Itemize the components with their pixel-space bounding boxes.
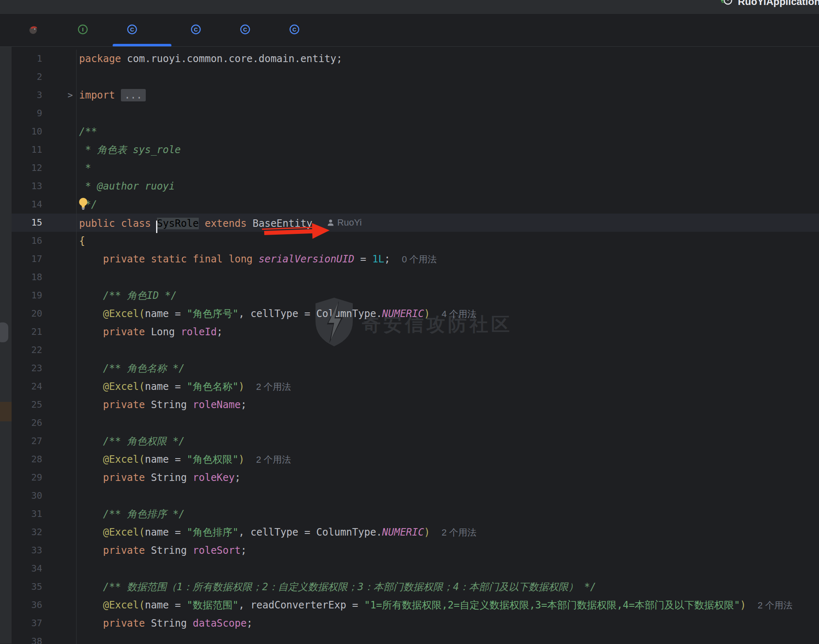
line-number[interactable]: 33 bbox=[12, 541, 77, 560]
code-text[interactable]: /** 角色权限 */ bbox=[77, 432, 819, 450]
line-number[interactable]: 16 bbox=[12, 232, 77, 250]
code-text[interactable]: private Long roleId; bbox=[77, 323, 819, 341]
line-number[interactable]: 21 bbox=[12, 323, 77, 341]
tab-sysroleserviceimpl-java[interactable]: C bbox=[223, 14, 272, 46]
code-line-36[interactable]: 36 @Excel(name = "数据范围", readConverterEx… bbox=[12, 596, 819, 614]
run-configuration[interactable]: RuoYiApplication bbox=[720, 0, 819, 10]
code-editor[interactable]: 1package com.ruoyi.common.core.domain.en… bbox=[12, 47, 819, 644]
line-number[interactable]: 14 bbox=[12, 195, 77, 214]
line-number[interactable]: 22 bbox=[12, 341, 77, 359]
line-number[interactable]: 38 bbox=[12, 632, 77, 644]
code-text[interactable]: @Excel(name = "角色序号", cellType = ColumnT… bbox=[77, 305, 819, 323]
line-number[interactable]: 18 bbox=[12, 268, 77, 286]
code-text[interactable]: * @author ruoyi bbox=[77, 177, 819, 195]
code-text[interactable] bbox=[77, 68, 819, 86]
line-number[interactable]: 27 bbox=[12, 432, 77, 450]
code-line-10[interactable]: 10/** bbox=[12, 123, 819, 141]
code-text[interactable] bbox=[77, 341, 819, 359]
line-number[interactable]: 36 bbox=[12, 596, 77, 614]
code-line-16[interactable]: 16{ bbox=[12, 232, 819, 250]
code-text[interactable] bbox=[77, 268, 819, 286]
code-line-38[interactable]: 38 bbox=[12, 632, 819, 644]
usage-count-hint[interactable]: 0 个用法 bbox=[402, 254, 436, 264]
code-text[interactable]: { bbox=[77, 232, 819, 250]
tab-sysrolecontroller-java[interactable]: C bbox=[272, 14, 322, 46]
code-line-34[interactable]: 34 bbox=[12, 560, 819, 578]
line-number[interactable]: 32 bbox=[12, 523, 77, 541]
line-number[interactable]: 13 bbox=[12, 177, 77, 195]
code-text[interactable]: /** 角色排序 */ bbox=[77, 505, 819, 523]
line-number[interactable]: 37 bbox=[12, 614, 77, 632]
code-text[interactable] bbox=[77, 487, 819, 505]
code-line-13[interactable]: 13 * @author ruoyi bbox=[12, 177, 819, 195]
code-line-28[interactable]: 28 @Excel(name = "角色权限")2 个用法 bbox=[12, 450, 819, 469]
code-line-11[interactable]: 11 * 角色表 sys_role bbox=[12, 141, 819, 159]
code-author-hint[interactable]: RuoYi bbox=[327, 214, 362, 232]
tab-sysrole-java[interactable]: C bbox=[110, 14, 174, 46]
code-text[interactable]: /** 角色名称 */ bbox=[77, 359, 819, 377]
code-text[interactable]: public class SysRole extends BaseEntityR… bbox=[77, 214, 819, 232]
code-text[interactable]: private static final long serialVersionU… bbox=[77, 250, 819, 268]
line-number[interactable]: 35 bbox=[12, 578, 77, 596]
line-number[interactable]: 34 bbox=[12, 560, 77, 578]
usage-count-hint[interactable]: 2 个用法 bbox=[256, 454, 291, 465]
code-text[interactable]: @Excel(name = "角色权限")2 个用法 bbox=[77, 450, 819, 469]
code-text[interactable]: package com.ruoyi.common.core.domain.ent… bbox=[77, 50, 819, 68]
code-line-27[interactable]: 27 /** 角色权限 */ bbox=[12, 432, 819, 450]
code-line-20[interactable]: 20 @Excel(name = "角色序号", cellType = Colu… bbox=[12, 305, 819, 323]
line-number[interactable]: 26 bbox=[12, 414, 77, 432]
line-number[interactable]: 19 bbox=[12, 286, 77, 305]
line-number[interactable]: 15 bbox=[12, 214, 77, 232]
usage-count-hint[interactable]: 2 个用法 bbox=[441, 527, 476, 538]
code-line-37[interactable]: 37 private String dataScope; bbox=[12, 614, 819, 632]
line-number[interactable]: 24 bbox=[12, 377, 77, 396]
usage-count-hint[interactable]: 2 个用法 bbox=[758, 600, 793, 610]
code-line-22[interactable]: 22 bbox=[12, 341, 819, 359]
code-line-31[interactable]: 31 /** 角色排序 */ bbox=[12, 505, 819, 523]
code-text[interactable]: private String dataScope; bbox=[77, 614, 819, 632]
fold-toggle-icon[interactable]: > bbox=[67, 86, 73, 104]
code-text[interactable]: @Excel(name = "数据范围", readConverterExp =… bbox=[77, 596, 819, 614]
line-number[interactable]: 29 bbox=[12, 469, 77, 487]
tab-baseentity-java[interactable]: C bbox=[174, 14, 223, 46]
code-line-35[interactable]: 35 /** 数据范围（1：所有数据权限；2：自定义数据权限；3：本部门数据权限… bbox=[12, 578, 819, 596]
code-line-1[interactable]: 1package com.ruoyi.common.core.domain.en… bbox=[12, 50, 819, 68]
line-number[interactable]: 30 bbox=[12, 487, 77, 505]
code-line-30[interactable]: 30 bbox=[12, 487, 819, 505]
line-number[interactable]: 9 bbox=[12, 104, 77, 123]
usage-count-hint[interactable]: 4 个用法 bbox=[441, 309, 476, 319]
code-line-19[interactable]: 19 /** 角色ID */ bbox=[12, 286, 819, 305]
tab-sysrolemapper-xml[interactable] bbox=[12, 14, 61, 46]
code-text[interactable] bbox=[77, 560, 819, 578]
code-line-9[interactable]: 9 bbox=[12, 104, 819, 123]
code-text[interactable]: @Excel(name = "角色名称")2 个用法 bbox=[77, 377, 819, 396]
code-text[interactable]: private String roleKey; bbox=[77, 469, 819, 487]
code-text[interactable]: /** 角色ID */ bbox=[77, 286, 819, 305]
line-number[interactable]: 1 bbox=[12, 50, 77, 68]
line-number[interactable]: 10 bbox=[12, 123, 77, 141]
code-text[interactable]: import ... bbox=[77, 86, 819, 104]
code-line-15[interactable]: 15public class SysRole extends BaseEntit… bbox=[12, 214, 819, 232]
usage-count-hint[interactable]: 2 个用法 bbox=[256, 382, 291, 392]
code-line-33[interactable]: 33 private String roleSort; bbox=[12, 541, 819, 560]
code-line-18[interactable]: 18 bbox=[12, 268, 819, 286]
code-line-17[interactable]: 17 private static final long serialVersi… bbox=[12, 250, 819, 268]
code-line-29[interactable]: 29 private String roleKey; bbox=[12, 469, 819, 487]
line-number[interactable]: 31 bbox=[12, 505, 77, 523]
line-number[interactable]: 23 bbox=[12, 359, 77, 377]
code-line-24[interactable]: 24 @Excel(name = "角色名称")2 个用法 bbox=[12, 377, 819, 396]
line-number[interactable]: 2 bbox=[12, 68, 77, 86]
code-line-3[interactable]: 3>import ... bbox=[12, 86, 819, 104]
line-number[interactable]: 17 bbox=[12, 250, 77, 268]
code-line-2[interactable]: 2 bbox=[12, 68, 819, 86]
code-text[interactable]: private String roleSort; bbox=[77, 541, 819, 560]
line-number[interactable]: 20 bbox=[12, 305, 77, 323]
code-text[interactable]: /** 数据范围（1：所有数据权限；2：自定义数据权限；3：本部门数据权限；4：… bbox=[77, 578, 819, 596]
line-number[interactable]: 3> bbox=[12, 86, 77, 104]
code-text[interactable] bbox=[77, 414, 819, 432]
code-line-25[interactable]: 25 private String roleName; bbox=[12, 396, 819, 414]
code-text[interactable]: /** bbox=[77, 123, 819, 141]
line-number[interactable]: 25 bbox=[12, 396, 77, 414]
code-line-14[interactable]: 14 */ bbox=[12, 195, 819, 214]
code-text[interactable]: private String roleName; bbox=[77, 396, 819, 414]
